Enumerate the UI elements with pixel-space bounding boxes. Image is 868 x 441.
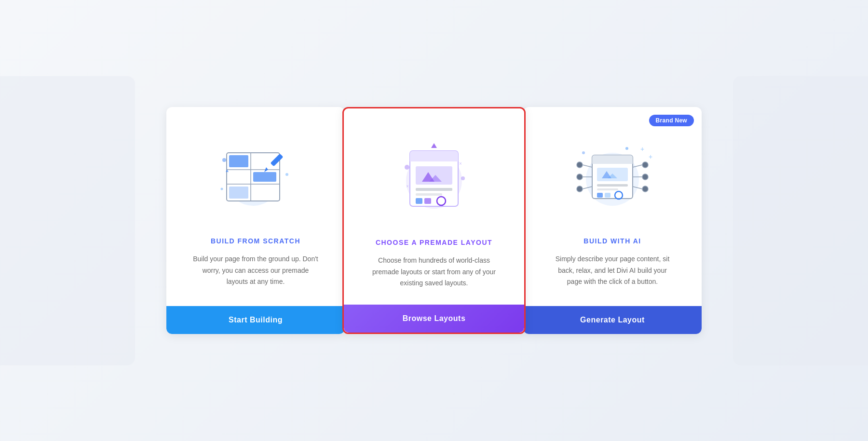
svg-rect-34 xyxy=(592,159,633,164)
page-wrapper: BUILD FROM SCRATCH Build your page from … xyxy=(0,0,868,441)
card-scratch: BUILD FROM SCRATCH Build your page from … xyxy=(166,107,345,334)
bg-panel-left xyxy=(0,76,135,365)
premade-title: CHOOSE A PREMADE LAYOUT xyxy=(376,239,492,246)
svg-point-12 xyxy=(221,187,223,190)
card-ai: Brand New xyxy=(523,107,702,334)
svg-rect-38 xyxy=(597,184,628,187)
svg-text:+: + xyxy=(649,153,652,160)
premade-description: Choose from hundreds of world-class prem… xyxy=(371,255,497,289)
svg-point-11 xyxy=(285,173,288,176)
ai-description: Simply describe your page content, sit b… xyxy=(550,254,675,288)
svg-point-50 xyxy=(642,174,648,180)
scratch-illustration xyxy=(207,126,304,223)
svg-point-49 xyxy=(642,162,648,168)
browse-layouts-button[interactable]: Browse Layouts xyxy=(344,305,524,333)
svg-rect-5 xyxy=(229,155,248,167)
svg-rect-39 xyxy=(597,188,618,190)
svg-rect-40 xyxy=(597,193,603,198)
svg-point-43 xyxy=(577,162,583,168)
ai-illustration: + + xyxy=(564,126,661,223)
svg-rect-41 xyxy=(605,193,610,198)
svg-rect-24 xyxy=(424,198,431,204)
svg-rect-21 xyxy=(416,188,452,191)
svg-point-45 xyxy=(577,186,583,192)
svg-point-51 xyxy=(642,186,648,192)
card-scratch-content: BUILD FROM SCRATCH Build your page from … xyxy=(166,107,345,306)
svg-text:×: × xyxy=(459,161,462,166)
bg-panel-right xyxy=(733,76,868,365)
svg-text:+: + xyxy=(640,145,644,153)
premade-illustration: × × xyxy=(386,128,482,224)
svg-rect-23 xyxy=(416,198,422,204)
ai-title: BUILD WITH AI xyxy=(583,237,641,245)
svg-point-58 xyxy=(582,151,585,154)
svg-rect-6 xyxy=(253,172,276,182)
scratch-footer: Start Building xyxy=(166,306,345,334)
svg-point-27 xyxy=(461,176,465,180)
start-building-button[interactable]: Start Building xyxy=(166,306,345,334)
cards-container: BUILD FROM SCRATCH Build your page from … xyxy=(166,107,702,334)
svg-marker-28 xyxy=(431,143,437,148)
card-ai-content: + + BUILD WITH AI Simply describe your p… xyxy=(523,107,702,306)
svg-rect-7 xyxy=(229,187,248,199)
ai-footer: Generate Layout xyxy=(523,306,702,334)
svg-rect-22 xyxy=(416,193,442,196)
card-premade-content: × × CHOOSE A PREMADE LAYOUT Choose from … xyxy=(344,108,524,305)
svg-rect-18 xyxy=(416,166,452,185)
scratch-description: Build your page from the ground up. Don'… xyxy=(193,254,318,288)
svg-point-57 xyxy=(625,147,628,150)
svg-point-10 xyxy=(222,158,226,162)
svg-point-44 xyxy=(577,174,583,180)
generate-layout-button[interactable]: Generate Layout xyxy=(523,306,702,334)
premade-footer: Browse Layouts xyxy=(344,305,524,333)
scratch-title: BUILD FROM SCRATCH xyxy=(211,237,300,245)
svg-point-26 xyxy=(405,165,409,170)
brand-new-badge: Brand New xyxy=(649,115,694,126)
svg-text:×: × xyxy=(406,184,409,189)
svg-rect-17 xyxy=(410,157,458,161)
card-premade: × × CHOOSE A PREMADE LAYOUT Choose from … xyxy=(342,107,526,334)
